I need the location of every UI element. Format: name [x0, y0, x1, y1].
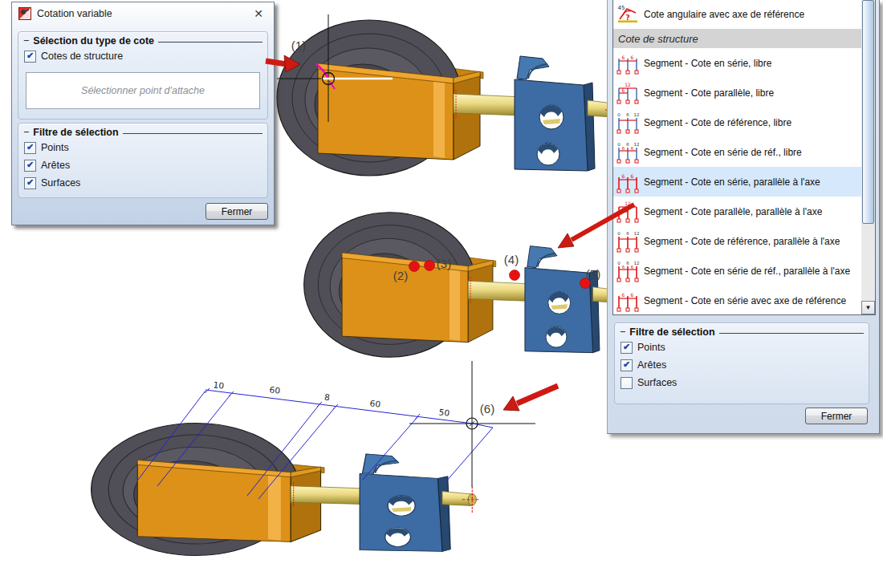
collapse-icon[interactable]: −: [620, 326, 625, 338]
svg-text:45: 45: [618, 5, 625, 11]
annotation-3: (3): [437, 257, 451, 270]
svg-text:6: 6: [626, 142, 629, 147]
annotation-2: (2): [393, 269, 408, 282]
section-header-cote-de-structure: Cote de structure: [613, 29, 861, 48]
checkbox[interactable]: ✔: [621, 342, 633, 354]
collapse-icon[interactable]: −: [23, 127, 29, 138]
filter-checkbox-list: ✔ Points ✔ Arêtes Surfaces: [615, 339, 869, 391]
svg-text:0: 0: [617, 231, 621, 236]
checkbox[interactable]: [621, 377, 633, 389]
assembly-bottom[interactable]: [92, 424, 481, 556]
svg-text:6: 6: [631, 291, 634, 297]
svg-text:6: 6: [622, 291, 625, 297]
check-icon: ✔: [26, 143, 34, 152]
dimension-type-item[interactable]: 66 Segment - Cote en série, libre: [613, 48, 861, 78]
dimension-type-item[interactable]: 0612 Segment - Cote de référence, parall…: [613, 226, 861, 256]
dimension-type-icon: 0612: [615, 111, 641, 135]
dimension-type-icon: 66: [615, 170, 641, 194]
dimension-type-item[interactable]: 66 Segment - Cote en série, parallèle à …: [613, 167, 861, 197]
filter-checkbox-row[interactable]: ✔ Points: [615, 339, 869, 356]
attach-point-placeholder: Sélectionner point d'attache: [81, 85, 205, 96]
svg-text:0: 0: [617, 112, 621, 117]
checkbox[interactable]: ✔: [24, 51, 36, 63]
check-icon: ✔: [623, 343, 630, 351]
point-3: [425, 261, 435, 271]
app-icon: [18, 7, 31, 20]
svg-text:6: 6: [631, 54, 634, 59]
scrollbar[interactable]: ▼: [861, 0, 875, 314]
checkbox[interactable]: ✔: [24, 142, 36, 154]
dimension-type-icon: 126: [615, 81, 641, 105]
check-icon: ✔: [26, 160, 34, 169]
svg-text:12: 12: [634, 261, 640, 266]
dimension-type-panel: 45? Cote angulaire avec axe de référence…: [607, 0, 880, 434]
dimension-type-item[interactable]: 126 Segment - Cote parallèle, libre: [613, 78, 861, 107]
group-selection-filter: − Filtre de sélection ✔ Points ✔ Arêtes …: [18, 123, 268, 198]
svg-text:6: 6: [626, 112, 629, 117]
dim-value: 8: [323, 392, 330, 403]
check-icon: ✔: [26, 51, 34, 60]
svg-text:6: 6: [631, 172, 634, 178]
dimension-type-item[interactable]: 126 Segment - Cote parallèle, parallèle …: [613, 197, 861, 226]
scrollbar-thumb[interactable]: [862, 0, 874, 224]
svg-text:12: 12: [634, 142, 640, 147]
cotation-variable-dialog: Cotation variable ✕ − Sélection du type …: [11, 2, 275, 225]
checkbox[interactable]: ✔: [24, 160, 36, 172]
dimension-type-icon: 66: [615, 51, 641, 75]
filter-checkbox-row[interactable]: ✔ Arêtes: [18, 156, 267, 174]
assembly-middle[interactable]: [304, 213, 625, 357]
filter-checkbox-row[interactable]: ✔ Points: [18, 139, 267, 156]
svg-text:12: 12: [634, 231, 640, 236]
close-icon[interactable]: ✕: [248, 6, 269, 22]
attach-point-field[interactable]: Sélectionner point d'attache: [26, 72, 260, 109]
svg-text:6: 6: [622, 172, 625, 178]
svg-text:6: 6: [626, 261, 629, 266]
svg-text:0: 0: [617, 261, 621, 266]
svg-text:6: 6: [631, 145, 634, 150]
dimension-type-item[interactable]: 061266 Segment - Cote en série de réf., …: [613, 256, 861, 286]
dim-value: 50: [438, 407, 450, 418]
svg-text:6: 6: [622, 205, 625, 211]
dialog-titlebar[interactable]: Cotation variable ✕: [12, 2, 274, 25]
dimension-type-icon: 061266: [615, 140, 641, 164]
scroll-down-icon[interactable]: ▼: [861, 301, 875, 314]
svg-text:6: 6: [626, 231, 629, 236]
checkbox[interactable]: ✔: [24, 177, 36, 189]
dimension-type-icon: 061266: [615, 259, 641, 283]
item-cote-angulaire[interactable]: 45? Cote angulaire avec axe de référence: [613, 0, 861, 29]
annotation-4: (4): [504, 253, 519, 266]
point-4: [510, 270, 520, 281]
fermer-button[interactable]: Fermer: [805, 408, 868, 424]
checkbox[interactable]: ✔: [621, 359, 633, 371]
collapse-icon[interactable]: −: [23, 35, 29, 47]
filter-checkbox-row[interactable]: ✔ Arêtes: [615, 356, 869, 374]
dimension-type-item[interactable]: 061266 Segment - Cote en série de réf., …: [613, 137, 861, 167]
divider: [158, 42, 262, 43]
filter-checkbox-row[interactable]: ✔ Surfaces: [18, 174, 267, 192]
divider: [719, 333, 864, 334]
svg-text:6: 6: [631, 264, 634, 269]
filter-checkbox-list: ✔ Points ✔ Arêtes ✔ Surfaces: [18, 139, 267, 192]
svg-text:6: 6: [622, 87, 625, 92]
cote-angulaire-icon: 45?: [615, 2, 641, 26]
check-icon: ✔: [26, 178, 34, 187]
checkbox-cotes-de-structure[interactable]: ✔ Cotes de structure: [18, 47, 267, 65]
dim-value: 10: [213, 379, 225, 391]
svg-text:0: 0: [617, 142, 621, 147]
fermer-button[interactable]: Fermer: [205, 203, 268, 220]
dim-value: 60: [269, 384, 281, 395]
filter-checkbox-row[interactable]: Surfaces: [615, 374, 869, 391]
group-title: Filtre de sélection: [629, 326, 714, 338]
application-canvas: 10 60 8 60 50 (1) (2) (3) (4) (5) (6): [0, 0, 883, 588]
dimension-type-icon: 66: [615, 289, 641, 313]
divider: [123, 133, 262, 134]
group-title: Sélection du type de cote: [33, 35, 154, 47]
dimension-type-list[interactable]: 45? Cote angulaire avec axe de référence…: [612, 0, 876, 315]
dimension-type-item[interactable]: 66 Segment - Cote en série avec axe de r…: [613, 286, 861, 315]
dimension-type-item[interactable]: 0612 Segment - Cote de référence, libre: [613, 107, 861, 137]
svg-text:6: 6: [622, 145, 625, 150]
dialog-title: Cotation variable: [31, 8, 248, 19]
dimension-type-icon: 126: [615, 200, 641, 224]
group-selection-filter: − Filtre de sélection ✔ Points ✔ Arêtes …: [614, 322, 869, 404]
svg-text:6: 6: [622, 54, 625, 59]
